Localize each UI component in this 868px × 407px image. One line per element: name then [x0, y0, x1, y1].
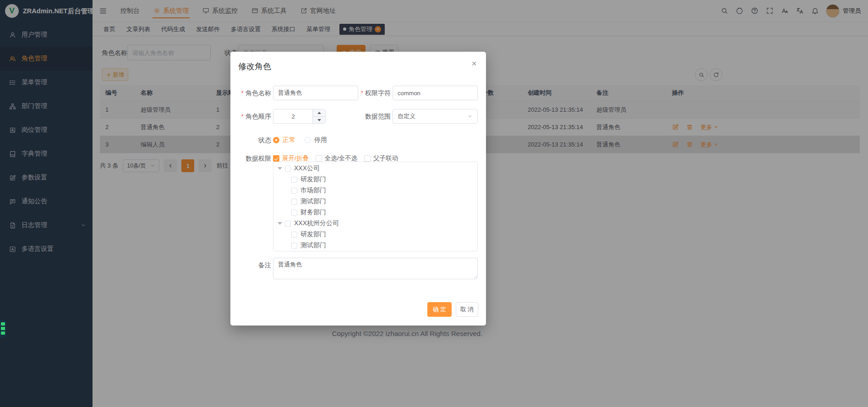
checkbox-icon — [364, 155, 371, 162]
role-name-label: *角色名称 — [230, 86, 271, 100]
tree-node[interactable]: 财务部门 — [273, 207, 477, 218]
tree-node[interactable]: 研发部门 — [273, 174, 477, 185]
tree-node[interactable]: 研发部门 — [273, 229, 477, 240]
role-order-stepper — [273, 109, 326, 124]
radio-icon — [273, 137, 279, 143]
chevron-down-icon — [317, 119, 321, 121]
tree-checkbox[interactable] — [291, 210, 297, 216]
caret-down-icon[interactable] — [278, 222, 282, 225]
radio-disabled[interactable]: 停用 — [305, 136, 327, 144]
tree-checkbox[interactable] — [291, 199, 297, 205]
tree-node[interactable]: XXX杭州分公司 — [273, 218, 477, 229]
radio-label: 正常 — [283, 136, 295, 144]
tree-checkbox[interactable] — [291, 177, 297, 183]
tree-node-label: 研发部门 — [300, 230, 326, 239]
data-permission-label: 数据权限 — [230, 151, 271, 166]
remark-textarea-wrap: 普通角色 — [273, 258, 478, 279]
tree-checkbox[interactable] — [291, 243, 297, 249]
required-mark: * — [241, 113, 244, 120]
radio-icon — [305, 137, 311, 143]
radio-label: 停用 — [314, 136, 327, 144]
browser-extension-badge — [0, 320, 6, 337]
remark-label: 备注 — [230, 258, 271, 272]
tree-node-label: 测试部门 — [300, 241, 326, 250]
chevron-down-icon — [467, 114, 473, 119]
checkbox-icon — [273, 155, 279, 162]
permission-tree: XXX公司 研发部门 市场部门 测试部门 财务部门 XXX杭州分公司 研发部门 — [273, 162, 478, 251]
tree-checkbox[interactable] — [291, 232, 297, 238]
caret-down-icon[interactable] — [278, 167, 282, 170]
tree-node[interactable]: XXX公司 — [273, 163, 477, 174]
tree-node-label: 市场部门 — [300, 186, 326, 195]
checkbox-icon — [316, 155, 322, 162]
increase-button[interactable] — [313, 109, 325, 116]
data-scope-label: 数据范围 — [350, 109, 391, 124]
tree-node[interactable]: 测试部门 — [273, 240, 477, 251]
badge-bar — [1, 331, 5, 335]
badge-bar — [1, 327, 5, 330]
tree-node[interactable]: 测试部门 — [273, 196, 477, 207]
tree-node-label: 财务部门 — [300, 208, 326, 217]
decrease-button[interactable] — [313, 116, 325, 123]
data-scope-value: 自定义 — [398, 112, 415, 120]
status-radio-group: 正常 停用 — [273, 133, 327, 147]
stepper-controls — [312, 109, 325, 123]
role-order-input[interactable] — [273, 109, 313, 123]
remark-textarea[interactable]: 普通角色 — [273, 258, 478, 279]
required-mark: * — [361, 89, 363, 97]
dialog-title: 修改角色 — [238, 61, 271, 72]
cancel-button[interactable]: 取消 — [456, 302, 478, 317]
required-mark: * — [241, 89, 244, 97]
tree-node[interactable]: 市场部门 — [273, 185, 477, 196]
permission-char-input[interactable] — [393, 86, 478, 100]
permission-char-label: *权限字符 — [350, 86, 391, 100]
status-label: 状态 — [230, 133, 271, 147]
role-order-label: *角色顺序 — [230, 109, 271, 124]
role-name-input[interactable] — [273, 86, 358, 100]
badge-bar — [1, 322, 5, 326]
tree-checkbox[interactable] — [285, 221, 291, 227]
data-scope-select[interactable]: 自定义 — [393, 109, 478, 124]
tree-node-label: 测试部门 — [300, 197, 326, 206]
tree-checkbox[interactable] — [285, 166, 291, 172]
chevron-up-icon — [317, 112, 321, 114]
tree-checkbox[interactable] — [291, 188, 297, 194]
tree-node-label: XXX公司 — [294, 164, 320, 173]
tree-node-label: 研发部门 — [300, 175, 326, 184]
radio-normal[interactable]: 正常 — [273, 136, 295, 144]
tree-node-label: XXX杭州分公司 — [294, 219, 339, 228]
edit-role-dialog: 修改角色 × *角色名称 *权限字符 *角色顺序 数据范围 自定义 状态 正常 … — [230, 52, 486, 326]
confirm-button[interactable]: 确定 — [427, 302, 452, 317]
close-icon[interactable]: × — [469, 59, 479, 69]
